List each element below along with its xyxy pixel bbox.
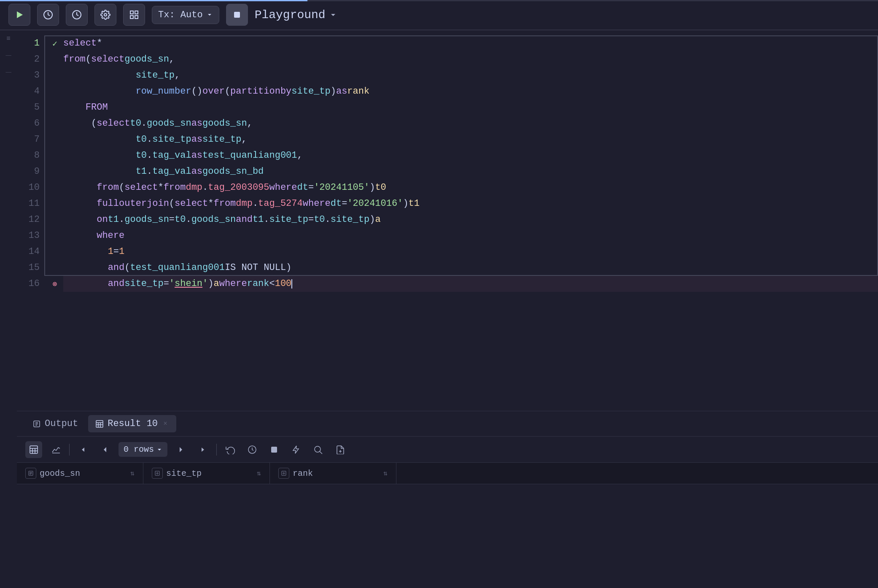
rows-count: 0 rows xyxy=(124,445,154,454)
playground-dropdown[interactable]: Playground xyxy=(255,8,337,22)
gutter-icon-1[interactable]: ≡ xyxy=(4,35,13,43)
rank-sort[interactable]: ⇅ xyxy=(383,469,388,477)
prev-page-button[interactable] xyxy=(97,441,113,458)
progress-bar-container xyxy=(0,0,878,1)
code-content[interactable]: select * from (select goods_sn, site_tp, xyxy=(63,30,878,411)
result-stop-button[interactable] xyxy=(266,441,283,458)
line-num-7: 7 xyxy=(17,132,40,148)
progress-bar xyxy=(0,0,307,1)
line-status-10 xyxy=(46,180,63,196)
svg-rect-7 xyxy=(135,16,138,19)
svg-rect-6 xyxy=(135,11,138,14)
code-line-13: where xyxy=(63,228,878,244)
code-line-7: t0.site_tp as site_tp, xyxy=(63,132,878,148)
svg-point-25 xyxy=(315,446,320,452)
result-history-button[interactable] xyxy=(244,441,261,458)
table-header: goods_sn ⇅ xyxy=(17,463,878,484)
line-status-5 xyxy=(46,100,63,116)
line-status-11 xyxy=(46,196,63,212)
code-line-12: on t1.goods_sn = t0.goods_sn and t1.site… xyxy=(63,212,878,228)
tx-dropdown[interactable]: Tx: Auto xyxy=(152,6,219,24)
th-rank[interactable]: rank ⇅ xyxy=(270,463,396,484)
empty-rows xyxy=(17,484,878,548)
code-line-5: FROM xyxy=(63,100,878,116)
history-button[interactable] xyxy=(37,4,59,26)
output-tab[interactable]: Output xyxy=(25,415,85,432)
result-toolbar: 0 rows xyxy=(17,437,878,463)
gutter-icon-2[interactable]: │ xyxy=(4,51,13,60)
stop-button[interactable] xyxy=(226,4,248,26)
line-num-14: 14 xyxy=(17,244,40,260)
status-column: ✓ xyxy=(46,30,63,411)
table-view-button[interactable] xyxy=(25,441,42,458)
line-status-15 xyxy=(46,260,63,276)
th-goods-sn[interactable]: goods_sn ⇅ xyxy=(17,463,143,484)
code-line-9: t1.tag_val as goods_sn_bd xyxy=(63,164,878,180)
code-editor[interactable]: 1 2 3 4 5 6 7 8 9 10 11 12 13 14 xyxy=(17,30,878,411)
run-button[interactable] xyxy=(8,4,30,26)
line-status-16: ⊗ xyxy=(53,279,57,289)
result-tab-label: Result 10 xyxy=(108,418,158,429)
line-status-14 xyxy=(46,244,63,260)
editor-container[interactable]: 1 2 3 4 5 6 7 8 9 10 11 12 13 14 xyxy=(17,30,878,411)
output-tab-icon xyxy=(32,419,41,429)
line-num-4: 4 xyxy=(17,84,40,100)
tx-label: Tx: Auto xyxy=(158,10,203,20)
line-numbers: 1 2 3 4 5 6 7 8 9 10 11 12 13 14 xyxy=(17,30,46,411)
line-num-1: 1 xyxy=(17,35,40,51)
line-num-9: 9 xyxy=(17,164,40,180)
goods-sn-sort[interactable]: ⇅ xyxy=(130,469,135,477)
code-line-15: and (test_quanliang001 IS NOT NULL) xyxy=(63,260,878,276)
settings-button[interactable] xyxy=(94,4,116,26)
svg-rect-8 xyxy=(130,16,133,19)
line-num-2: 2 xyxy=(17,51,40,67)
first-page-button[interactable] xyxy=(75,441,92,458)
playground-label: Playground xyxy=(255,8,326,22)
site-tp-header: site_tp xyxy=(166,469,202,478)
goods-sn-header: goods_sn xyxy=(40,469,80,478)
svg-line-26 xyxy=(320,451,322,454)
svg-point-4 xyxy=(104,13,107,16)
code-line-11: full outer join (select * from dmp.tag_5… xyxy=(63,196,878,212)
site-tp-type-icon xyxy=(152,468,163,479)
rank-type-icon xyxy=(278,468,289,479)
schedule-button[interactable] xyxy=(66,4,88,26)
svg-rect-18 xyxy=(30,446,38,453)
th-site-tp[interactable]: site_tp ⇅ xyxy=(143,463,270,484)
rank-header: rank xyxy=(293,469,313,478)
line-status-4 xyxy=(46,84,63,100)
site-tp-sort[interactable]: ⇅ xyxy=(257,469,261,477)
line-status-12 xyxy=(46,212,63,228)
line-status-13 xyxy=(46,228,63,244)
result-tab-icon xyxy=(95,419,104,429)
result-tab-close[interactable]: × xyxy=(161,420,170,428)
line-num-12: 12 xyxy=(17,212,40,228)
refresh-button[interactable] xyxy=(222,441,239,458)
rows-dropdown[interactable]: 0 rows xyxy=(119,442,167,457)
last-page-button[interactable] xyxy=(194,441,211,458)
grid-button[interactable] xyxy=(123,4,145,26)
next-page-button[interactable] xyxy=(172,441,189,458)
search-button[interactable] xyxy=(310,441,326,458)
bottom-panel: Output xyxy=(17,411,878,588)
line-num-5: 5 xyxy=(17,100,40,116)
svg-marker-0 xyxy=(17,11,23,18)
app-container: Tx: Auto Playground ≡ │ │ xyxy=(0,0,878,588)
editor-section: 1 2 3 4 5 6 7 8 9 10 11 12 13 14 xyxy=(17,30,878,588)
line-num-6: 6 xyxy=(17,116,40,132)
toolbar-divider-2 xyxy=(216,444,217,456)
code-line-16: and site_tp='shein') a where rank <100 xyxy=(63,276,878,292)
code-line-1: select * xyxy=(63,35,878,51)
main-content: ≡ │ │ 1 2 3 4 5 xyxy=(0,30,878,588)
line-status-8 xyxy=(46,148,63,164)
chart-view-button[interactable] xyxy=(47,441,64,458)
line-num-13: 13 xyxy=(17,228,40,244)
gutter-icon-3[interactable]: │ xyxy=(4,68,13,77)
result-tab[interactable]: Result 10 × xyxy=(88,415,176,432)
goods-sn-type-icon xyxy=(25,468,36,479)
bottom-tabs: Output xyxy=(17,411,878,437)
export-button[interactable] xyxy=(331,441,348,458)
pin-button[interactable] xyxy=(288,441,304,458)
result-table: goods_sn ⇅ xyxy=(17,463,878,588)
line-status-6 xyxy=(46,116,63,132)
